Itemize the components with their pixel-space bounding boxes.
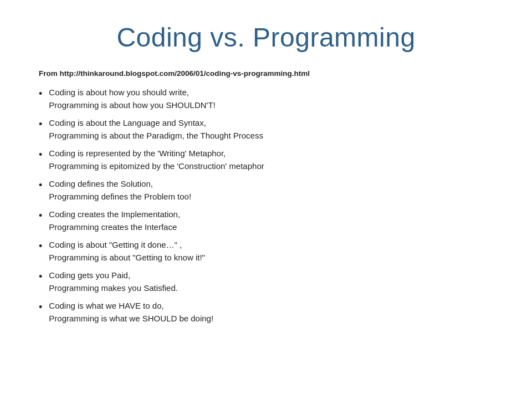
list-item: Coding is about how you should write,Pro… [39,86,493,111]
list-item: Coding gets you Paid,Programming makes y… [39,269,493,294]
bullet-line2: Programming is about the Paradigm, the T… [49,130,263,142]
bullet-line2: Programming is epitomized by the 'Constr… [49,160,264,173]
bullet-list: Coding is about how you should write,Pro… [39,86,493,330]
bullet-line1: Coding creates the Implementation, [49,208,180,221]
page-title: Coding vs. Programming [39,22,493,53]
list-item: Coding defines the Solution,Programming … [39,178,493,203]
bullet-line1: Coding is what we HAVE to do, [49,300,213,313]
list-item: Coding is about "Getting it done…" ,Prog… [39,239,493,264]
bullet-line2: Programming defines the Problem too! [49,191,191,203]
bullet-line2: Programming creates the Interface [49,221,180,234]
bullet-line2: Programming makes you Satisfied. [49,282,178,295]
list-item: Coding is about the Language and Syntax,… [39,117,493,142]
bullet-line2: Programming is about how you SHOULDN'T! [49,99,215,112]
bullet-line2: Programming is about "Getting to know it… [49,252,205,264]
bullet-line2: Programming is what we SHOULD be doing! [49,313,213,325]
list-item: Coding creates the Implementation,Progra… [39,208,493,233]
list-item: Coding is what we HAVE to do,Programming… [39,300,493,325]
bullet-line1: Coding defines the Solution, [49,178,191,191]
source-line: From http://thinkaround.blogspot.com/200… [39,69,493,78]
bullet-line1: Coding is about how you should write, [49,86,215,99]
bullet-line1: Coding is represented by the 'Writing' M… [49,147,264,160]
list-item: Coding is represented by the 'Writing' M… [39,147,493,172]
bullet-line1: Coding is about the Language and Syntax, [49,117,263,130]
bullet-line1: Coding is about "Getting it done…" , [49,239,205,252]
page-container: Coding vs. Programming From http://think… [0,0,532,399]
bullet-line1: Coding gets you Paid, [49,269,178,282]
